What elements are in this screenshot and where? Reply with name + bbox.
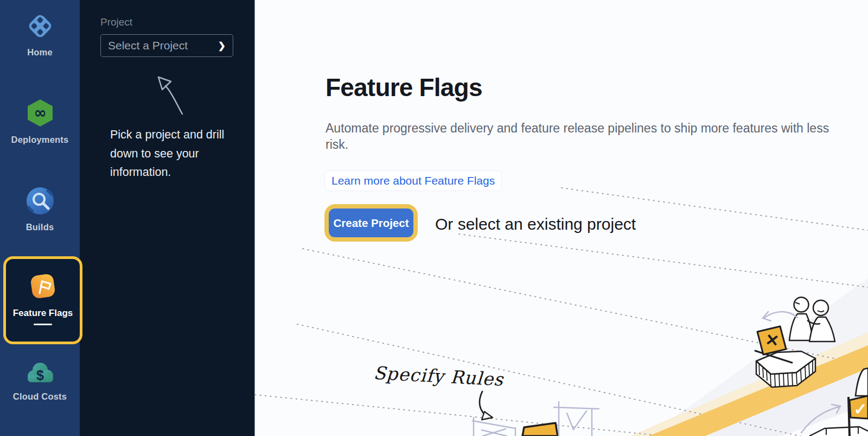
chevron-right-icon: ❯ xyxy=(218,40,226,52)
gate-sketch-check xyxy=(554,402,599,436)
curved-arrow-left-icon xyxy=(763,312,797,321)
pick-project-hint: Pick a project and drill down to see you… xyxy=(110,125,232,182)
builds-icon xyxy=(26,187,54,215)
gate-sketch-x xyxy=(473,418,515,436)
page-description: Automate progressive delivery and featur… xyxy=(326,120,838,153)
sidebar-item-builds[interactable]: Builds xyxy=(0,187,80,232)
hand-drawn-arrow-icon xyxy=(148,63,190,117)
sidebar-item-label: Deployments xyxy=(11,135,69,145)
project-selector[interactable]: Select a Project ❯ xyxy=(100,34,233,57)
svg-text:∞: ∞ xyxy=(34,104,46,122)
sidebar-item-label: Cloud Costs xyxy=(13,391,67,402)
or-select-existing-text: Or select an existing project xyxy=(435,215,636,233)
active-item-underline xyxy=(34,324,52,325)
sidebar-item-label: Feature Flags xyxy=(13,308,73,319)
x-flag-symbol: ✕ xyxy=(764,330,780,350)
harness-app-window: Home ∞ Deployments Buil xyxy=(0,0,868,436)
sidebar-item-home[interactable]: Home xyxy=(0,12,80,58)
specify-rules-caption: Specify Rules xyxy=(373,362,505,390)
sidebar-item-label: Builds xyxy=(26,222,54,232)
cloud-costs-icon: $ xyxy=(25,361,55,384)
learn-more-link[interactable]: Learn more about Feature Flags xyxy=(324,170,502,191)
home-icon xyxy=(26,12,54,40)
yellow-flag-partial xyxy=(522,423,558,436)
sidebar-item-feature-flags[interactable]: Feature Flags xyxy=(3,256,82,344)
module-nav-rail: Home ∞ Deployments Buil xyxy=(0,0,80,436)
sketch-arrow-down-icon xyxy=(480,391,493,420)
sidebar-item-cloud-costs[interactable]: $ Cloud Costs xyxy=(0,361,80,402)
feature-flags-icon xyxy=(28,271,58,301)
create-project-highlight-ring: Create Project xyxy=(324,204,418,242)
deployments-icon: ∞ xyxy=(25,98,55,128)
page-title: Feature Flags xyxy=(326,73,482,102)
feature-flags-landing: ✕ xyxy=(255,0,868,436)
sidebar-item-label: Home xyxy=(27,47,53,58)
project-panel: Project Select a Project ❯ Pick a projec… xyxy=(80,0,255,436)
check-flag-symbol: ✓ xyxy=(853,400,867,418)
project-selector-value: Select a Project xyxy=(108,39,218,52)
project-section-label: Project xyxy=(100,16,132,28)
platform-partial xyxy=(809,427,868,436)
sidebar-item-deployments[interactable]: ∞ Deployments xyxy=(0,98,80,145)
svg-text:$: $ xyxy=(36,368,44,383)
create-project-button[interactable]: Create Project xyxy=(329,208,413,237)
